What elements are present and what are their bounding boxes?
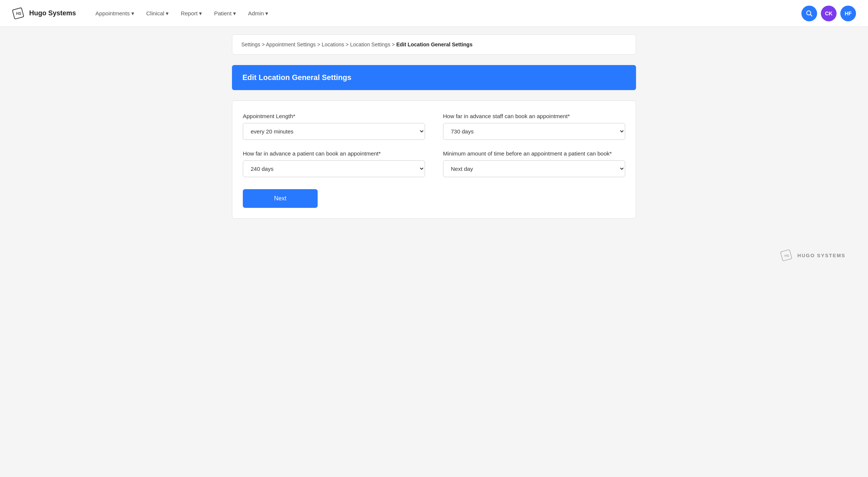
nav-patient[interactable]: Patient ▾ — [210, 7, 241, 20]
nav-report[interactable]: Report ▾ — [176, 7, 207, 20]
patient-advance-group: How far in advance a patient can book an… — [243, 150, 425, 177]
page-header: Edit Location General Settings — [232, 65, 636, 90]
nav-appointments[interactable]: Appointments ▾ — [91, 7, 139, 20]
min-before-label: Minimum amount of time before an appoint… — [443, 150, 625, 157]
brand-name: Hugo Systems — [29, 9, 76, 17]
breadcrumb: Settings > Appointment Settings > Locati… — [232, 34, 636, 55]
chevron-down-icon: ▾ — [265, 10, 268, 17]
chevron-down-icon: ▾ — [166, 10, 169, 17]
patient-advance-select[interactable]: 30 days 60 days 90 days 120 days 180 day… — [243, 160, 425, 177]
form-card: Appointment Length* every 5 minutes ever… — [232, 101, 636, 219]
svg-line-3 — [810, 14, 812, 16]
staff-advance-select[interactable]: 30 days 60 days 90 days 180 days 365 day… — [443, 123, 625, 140]
staff-advance-label: How far in advance staff can book an app… — [443, 113, 625, 119]
brand-logo-icon: HS — [12, 7, 25, 20]
svg-text:HS: HS — [16, 12, 21, 16]
page-title: Edit Location General Settings — [242, 73, 626, 82]
nav-right: CK HF — [801, 6, 856, 21]
patient-advance-label: How far in advance a patient can book an… — [243, 150, 425, 157]
search-button[interactable] — [801, 6, 817, 21]
min-before-select[interactable]: Same day 1 hour 2 hours 4 hours Next day… — [443, 160, 625, 177]
nav-items: Appointments ▾ Clinical ▾ Report ▾ Patie… — [91, 7, 786, 20]
footer-text: HUGO SYSTEMS — [797, 253, 846, 258]
main-content: Settings > Appointment Settings > Locati… — [217, 27, 651, 241]
navbar: HS Hugo Systems Appointments ▾ Clinical … — [0, 0, 868, 27]
nav-admin[interactable]: Admin ▾ — [244, 7, 273, 20]
staff-advance-group: How far in advance staff can book an app… — [443, 113, 625, 140]
avatar-hf[interactable]: HF — [840, 6, 856, 21]
appointment-length-label: Appointment Length* — [243, 113, 425, 119]
form-grid: Appointment Length* every 5 minutes ever… — [243, 113, 625, 177]
brand: HS Hugo Systems — [12, 7, 76, 20]
appointment-length-select[interactable]: every 5 minutes every 10 minutes every 1… — [243, 123, 425, 140]
chevron-down-icon: ▾ — [131, 10, 134, 17]
avatar-ck[interactable]: CK — [821, 6, 837, 21]
nav-clinical[interactable]: Clinical ▾ — [142, 7, 173, 20]
footer-logo-icon: HS — [780, 249, 794, 262]
chevron-down-icon: ▾ — [233, 10, 236, 17]
appointment-length-group: Appointment Length* every 5 minutes ever… — [243, 113, 425, 140]
min-before-group: Minimum amount of time before an appoint… — [443, 150, 625, 177]
footer: HS HUGO SYSTEMS — [0, 241, 868, 270]
chevron-down-icon: ▾ — [199, 10, 202, 17]
svg-text:HS: HS — [785, 254, 789, 258]
next-button[interactable]: Next — [243, 189, 318, 208]
